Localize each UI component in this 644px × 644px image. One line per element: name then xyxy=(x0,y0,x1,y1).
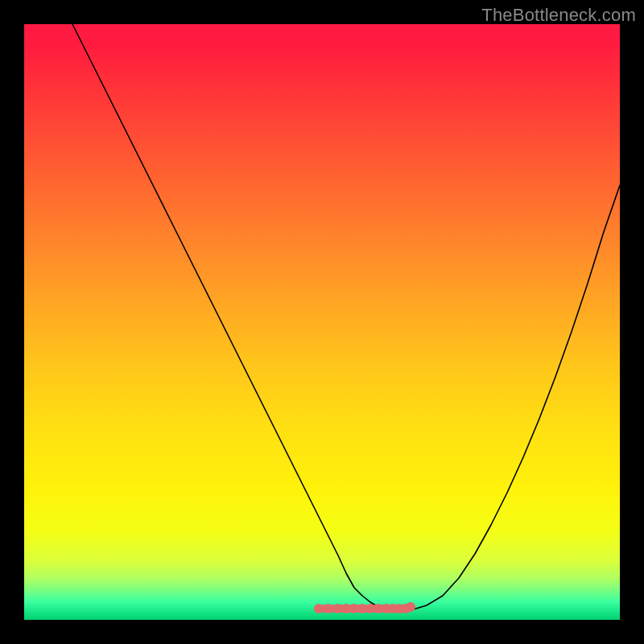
fit-dot xyxy=(349,604,359,613)
fit-dot xyxy=(388,604,398,613)
chart-svg xyxy=(24,24,620,620)
fit-dot xyxy=(341,604,351,613)
fit-dot xyxy=(314,604,324,613)
fit-dot xyxy=(357,604,367,613)
fit-dots-line xyxy=(319,607,411,609)
fit-dot xyxy=(401,604,411,613)
fit-dots-group xyxy=(314,602,415,613)
plot-area xyxy=(24,24,620,620)
watermark-text: TheBottleneck.com xyxy=(481,5,636,26)
fit-dot xyxy=(374,604,383,613)
bottleneck-curve xyxy=(72,24,620,612)
fit-dot xyxy=(382,604,391,613)
fit-dot xyxy=(324,604,333,613)
fit-dot xyxy=(406,602,415,612)
fit-dot xyxy=(333,604,343,613)
fit-dot xyxy=(394,604,404,613)
fit-dot xyxy=(365,604,375,613)
chart-frame: TheBottleneck.com xyxy=(0,0,644,644)
